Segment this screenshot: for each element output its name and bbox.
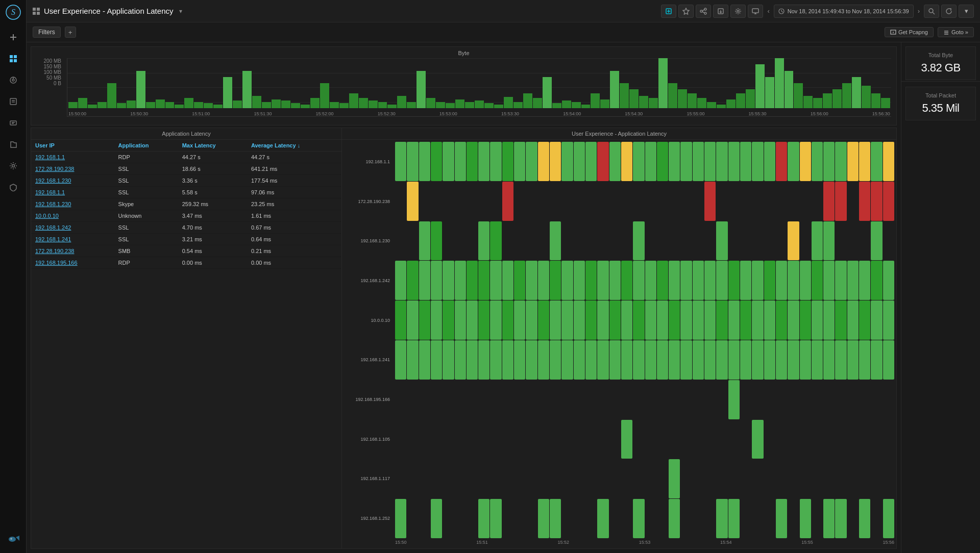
heatmap-cell[interactable] (597, 300, 608, 340)
heatmap-cell[interactable] (431, 340, 442, 380)
heatmap-cell[interactable] (871, 380, 882, 419)
heatmap-cell[interactable] (669, 499, 680, 538)
heatmap-cell[interactable] (764, 420, 775, 459)
heatmap-cell[interactable] (407, 380, 418, 419)
heatmap-cell[interactable] (764, 261, 775, 300)
heatmap-cell[interactable] (621, 221, 632, 261)
heatmap-cell[interactable] (585, 221, 597, 261)
heatmap-cell[interactable] (847, 182, 859, 221)
heatmap-cell[interactable] (764, 380, 775, 419)
heatmap-cell[interactable] (597, 221, 608, 261)
heatmap-cell[interactable] (835, 182, 846, 221)
heatmap-cell[interactable] (800, 300, 811, 340)
filters-button[interactable]: Filters (33, 27, 61, 38)
heatmap-cell[interactable] (514, 420, 525, 459)
heatmap-cell[interactable] (561, 380, 573, 419)
heatmap-cell[interactable] (431, 182, 442, 221)
heatmap-cell[interactable] (776, 420, 787, 459)
heatmap-cell[interactable] (716, 142, 727, 181)
heatmap-cell[interactable] (574, 182, 585, 221)
heatmap-cell[interactable] (847, 420, 859, 459)
heatmap-cell[interactable] (514, 142, 525, 181)
heatmap-cell[interactable] (823, 499, 835, 538)
heatmap-cell[interactable] (609, 261, 621, 300)
heatmap-cell[interactable] (561, 420, 573, 459)
heatmap-cell[interactable] (431, 420, 442, 459)
heatmap-cell[interactable] (776, 221, 787, 261)
heatmap-cell[interactable] (395, 340, 406, 380)
heatmap-cell[interactable] (716, 221, 727, 261)
heatmap-cell[interactable] (407, 420, 418, 459)
heatmap-cell[interactable] (680, 380, 692, 419)
heatmap-cell[interactable] (871, 182, 882, 221)
add-panel-button[interactable] (661, 5, 676, 18)
heatmap-cell[interactable] (395, 142, 406, 181)
heatmap-cell[interactable] (538, 221, 549, 261)
heatmap-cell[interactable] (467, 499, 478, 538)
heatmap-cell[interactable] (859, 261, 870, 300)
cell-user-ip[interactable]: 192.168.1.241 (31, 234, 114, 245)
heatmap-cell[interactable] (633, 182, 644, 221)
heatmap-cell[interactable] (728, 182, 740, 221)
heatmap-cell[interactable] (716, 459, 727, 498)
heatmap-cell[interactable] (788, 261, 799, 300)
heatmap-cell[interactable] (740, 182, 751, 221)
heatmap-cell[interactable] (395, 300, 406, 340)
heatmap-cell[interactable] (621, 261, 632, 300)
heatmap-cell[interactable] (538, 499, 549, 538)
heatmap-cell[interactable] (633, 459, 644, 498)
heatmap-cell[interactable] (419, 380, 430, 419)
heatmap-cell[interactable] (633, 499, 644, 538)
heatmap-cell[interactable] (800, 499, 811, 538)
heatmap-cell[interactable] (752, 459, 763, 498)
heatmap-cell[interactable] (788, 420, 799, 459)
heatmap-cell[interactable] (609, 221, 621, 261)
heatmap-cell[interactable] (538, 182, 549, 221)
heatmap-cell[interactable] (728, 261, 740, 300)
heatmap-cell[interactable] (550, 340, 561, 380)
heatmap-cell[interactable] (823, 420, 835, 459)
heatmap-cell[interactable] (800, 182, 811, 221)
heatmap-cell[interactable] (455, 182, 466, 221)
heatmap-cell[interactable] (443, 459, 454, 498)
heatmap-cell[interactable] (645, 459, 656, 498)
heatmap-cell[interactable] (823, 300, 835, 340)
heatmap-cell[interactable] (693, 221, 704, 261)
heatmap-cell[interactable] (883, 420, 894, 459)
heatmap-cell[interactable] (883, 182, 894, 221)
heatmap-cell[interactable] (669, 221, 680, 261)
sidebar-item-plus[interactable] (4, 28, 22, 46)
heatmap-cell[interactable] (467, 340, 478, 380)
heatmap-cell[interactable] (455, 459, 466, 498)
heatmap-cell[interactable] (633, 420, 644, 459)
heatmap-cell[interactable] (407, 261, 418, 300)
heatmap-cell[interactable] (645, 420, 656, 459)
heatmap-cell[interactable] (812, 459, 823, 498)
heatmap-cell[interactable] (859, 142, 870, 181)
heatmap-cell[interactable] (704, 182, 716, 221)
cell-user-ip[interactable]: 192.168.1.230 (31, 198, 114, 210)
heatmap-cell[interactable] (669, 459, 680, 498)
heatmap-cell[interactable] (514, 459, 525, 498)
heatmap-cell[interactable] (431, 499, 442, 538)
heatmap-cell[interactable] (859, 420, 870, 459)
heatmap-cell[interactable] (871, 420, 882, 459)
cell-user-ip[interactable]: 192.168.195.166 (31, 257, 114, 269)
heatmap-cell[interactable] (443, 380, 454, 419)
heatmap-cell[interactable] (455, 261, 466, 300)
heatmap-cell[interactable] (835, 420, 846, 459)
heatmap-cell[interactable] (538, 300, 549, 340)
heatmap-cell[interactable] (478, 420, 489, 459)
heatmap-cell[interactable] (657, 499, 668, 538)
heatmap-cell[interactable] (407, 221, 418, 261)
heatmap-cell[interactable] (835, 340, 846, 380)
sidebar-item-reports[interactable] (4, 92, 22, 111)
sidebar-item-dashboard[interactable] (4, 49, 22, 68)
heatmap-cell[interactable] (407, 499, 418, 538)
heatmap-cell[interactable] (585, 499, 597, 538)
heatmap-cell[interactable] (812, 300, 823, 340)
heatmap-cell[interactable] (574, 420, 585, 459)
heatmap-cell[interactable] (395, 261, 406, 300)
heatmap-cell[interactable] (764, 182, 775, 221)
heatmap-cell[interactable] (645, 380, 656, 419)
